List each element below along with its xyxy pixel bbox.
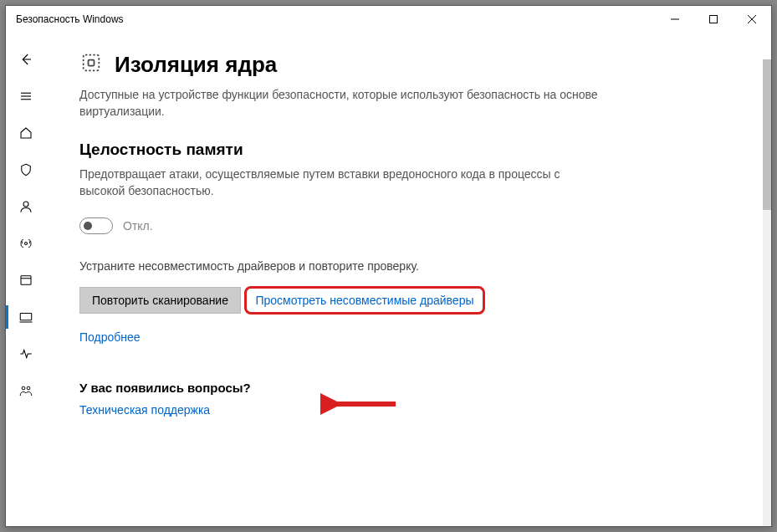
close-button[interactable] [733, 6, 771, 33]
questions-heading: У вас появились вопросы? [79, 381, 738, 395]
svg-rect-12 [20, 314, 32, 320]
tech-support-link[interactable]: Техническая поддержка [79, 403, 738, 417]
sidebar [6, 33, 46, 526]
nav-virus-protection[interactable] [6, 151, 46, 188]
nav-home[interactable] [6, 115, 46, 151]
back-button[interactable] [6, 41, 46, 78]
titlebar: Безопасность Windows [6, 6, 771, 33]
section-title: Целостность памяти [79, 141, 738, 159]
svg-rect-16 [84, 55, 100, 71]
view-incompatible-drivers-link[interactable]: Просмотреть несовместимые драйверы [255, 294, 473, 307]
toggle-state-label: Откл. [123, 219, 153, 233]
help-section: У вас появились вопросы? Техническая под… [79, 381, 738, 417]
nav-family-options[interactable] [6, 372, 46, 409]
app-window: Безопасность Windows [5, 5, 772, 527]
svg-rect-17 [89, 60, 95, 66]
toggle-knob [84, 222, 92, 230]
learn-more-link[interactable]: Подробнее [79, 330, 738, 344]
memory-integrity-toggle[interactable] [79, 217, 113, 234]
section-description: Предотвращает атаки, осуществляемые путе… [79, 166, 598, 200]
scrollbar-thumb[interactable] [763, 59, 771, 210]
nav-device-performance[interactable] [6, 335, 46, 372]
main-content: Изоляция ядра Доступные на устройстве фу… [46, 33, 771, 526]
scrollbar[interactable] [763, 59, 771, 526]
svg-point-14 [22, 386, 25, 390]
page-description: Доступные на устройстве функции безопасн… [79, 86, 598, 120]
nav-account-protection[interactable] [6, 188, 46, 225]
core-isolation-icon [79, 51, 103, 78]
svg-rect-10 [21, 276, 31, 285]
annotation-highlight: Просмотреть несовместимые драйверы [244, 286, 484, 315]
nav-app-browser-control[interactable] [6, 262, 46, 299]
rescan-button[interactable]: Повторить сканирование [79, 287, 241, 314]
nav-device-security[interactable] [6, 299, 46, 335]
memory-integrity-toggle-row: Откл. [79, 217, 738, 234]
nav-firewall[interactable] [6, 225, 46, 262]
window-controls [656, 6, 771, 33]
svg-rect-1 [710, 16, 718, 23]
window-title: Безопасность Windows [16, 13, 124, 25]
svg-point-8 [23, 202, 28, 207]
svg-point-9 [25, 243, 28, 245]
page-title: Изоляция ядра [115, 52, 277, 78]
page-header: Изоляция ядра [79, 51, 738, 78]
svg-point-15 [27, 386, 30, 390]
fix-drivers-note: Устраните несовместимость драйверов и по… [79, 259, 738, 273]
app-body: Изоляция ядра Доступные на устройстве фу… [6, 33, 771, 526]
maximize-button[interactable] [694, 6, 733, 33]
menu-button[interactable] [6, 78, 46, 115]
minimize-button[interactable] [656, 6, 694, 33]
